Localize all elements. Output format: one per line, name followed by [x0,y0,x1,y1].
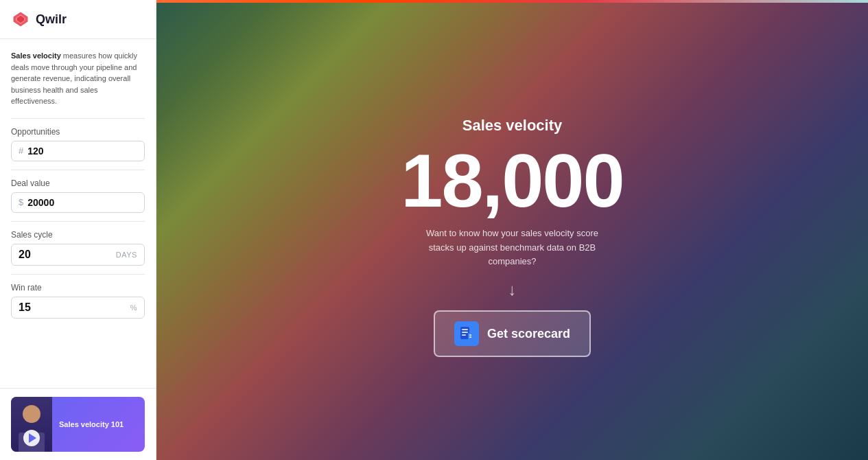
sales-cycle-field: Sales cycle DAYS [11,230,145,266]
logo-text: Qwilr [36,12,67,27]
opportunities-label: Opportunities [11,127,145,137]
svg-rect-8 [469,334,471,336]
opportunities-input-wrapper[interactable]: # [11,141,145,161]
win-rate-label: Win rate [11,283,145,292]
sidebar-header: Qwilr [0,0,156,39]
divider-1 [11,118,145,119]
qwilr-logo-icon [11,10,30,29]
sidebar: Qwilr Sales velocity measures how quickl… [0,0,156,460]
divider-4 [11,274,145,275]
scorecard-icon [454,321,479,346]
svg-rect-6 [462,334,466,336]
opportunities-input[interactable] [27,146,137,157]
win-rate-input-wrapper[interactable]: % [11,297,145,319]
main-description: Want to know how your sales velocity sco… [423,227,602,269]
video-label: Sales velocity 101 [59,419,138,429]
video-thumbnail[interactable]: Sales velocity 101 [11,397,145,452]
main-content: Sales velocity 18,000 Want to know how y… [156,0,868,460]
opportunities-field: Opportunities # [11,127,145,161]
hash-icon: # [19,146,23,156]
play-button[interactable] [23,430,40,446]
svg-rect-5 [462,332,468,333]
description-bold: Sales velocity [11,51,61,60]
get-scorecard-button[interactable]: Get scorecard [434,310,591,357]
sales-cycle-label: Sales cycle [11,230,145,240]
svg-rect-9 [469,336,471,338]
svg-rect-4 [462,329,468,330]
description: Sales velocity measures how quickly deal… [11,50,145,107]
sales-cycle-input-wrapper[interactable]: DAYS [11,244,145,266]
sidebar-content: Sales velocity measures how quickly deal… [0,39,156,388]
scorecard-button-label: Get scorecard [487,327,570,341]
main-panel: Sales velocity 18,000 Want to know how y… [156,0,868,460]
deal-value-input-wrapper[interactable]: $ [11,192,145,213]
video-label-area: Sales velocity 101 [52,414,145,435]
days-suffix: DAYS [116,251,137,259]
main-value: 18,000 [401,143,623,218]
sidebar-bottom: Sales velocity 101 [0,388,156,460]
deal-value-field: Deal value $ [11,179,145,213]
deal-value-label: Deal value [11,179,145,188]
play-icon [29,433,36,443]
deal-value-input[interactable] [27,197,137,208]
main-title: Sales velocity [462,117,563,135]
divider-2 [11,170,145,170]
dollar-icon: $ [19,197,23,207]
sales-cycle-input[interactable] [19,249,116,261]
arrow-down-icon: ↓ [508,280,517,299]
win-rate-input[interactable] [19,301,130,314]
win-rate-field: Win rate % [11,283,145,319]
percent-suffix: % [130,303,137,312]
divider-3 [11,221,145,222]
